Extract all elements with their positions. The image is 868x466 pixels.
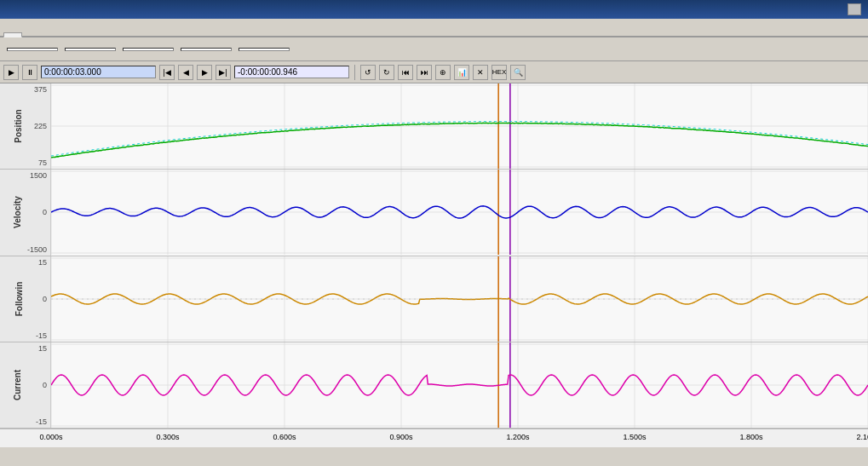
x-tick-0: 0.000s — [39, 433, 62, 441]
y-title-followin: Followin — [14, 281, 24, 316]
start-value — [7, 48, 58, 51]
y-title-current: Current — [13, 370, 22, 400]
chart-canvas-current — [51, 342, 868, 428]
prev-button[interactable]: ◀ — [178, 65, 193, 80]
panel-followin: Followin150-15 — [0, 256, 868, 342]
panel-velocity: Velocity15000-1500 — [0, 170, 868, 256]
pos-input[interactable] — [234, 66, 349, 78]
rewind-button[interactable]: ⏮ — [398, 65, 413, 80]
title-bar — [0, 0, 868, 19]
x-tick-3: 0.900s — [389, 433, 412, 441]
toolbar2: ▶ ⏸ |◀ ◀ ▶ ▶| ↺ ↻ ⏮ ⏭ ⊕ 📊 ✕ HEX 🔍 — [0, 61, 868, 83]
chart-tab[interactable] — [3, 32, 22, 37]
toolbar — [0, 37, 868, 61]
x-tick-6: 1.800s — [739, 433, 762, 441]
x-tick-5: 1.500s — [623, 433, 646, 441]
next-button[interactable]: ▶ — [197, 65, 212, 80]
panel-current: Current150-15 — [0, 342, 868, 429]
panel-position: Position37522575 — [0, 83, 868, 170]
x-tick-7: 2.100s — [856, 433, 868, 441]
skip-end-button[interactable]: ▶| — [216, 65, 231, 80]
separator1 — [354, 65, 355, 80]
play-button[interactable]: ▶ — [3, 65, 19, 80]
refresh2-button[interactable]: ↻ — [379, 65, 394, 80]
x-tick-4: 1.200s — [506, 433, 529, 441]
zoom-button[interactable]: ⊕ — [435, 65, 451, 80]
date-value — [239, 48, 290, 51]
hex-button[interactable]: HEX — [491, 65, 507, 80]
chart-canvas-velocity — [51, 170, 868, 255]
skip-start-button[interactable]: |◀ — [159, 65, 175, 80]
close-chart-button[interactable]: ✕ — [473, 65, 488, 80]
y-title-velocity: Velocity — [13, 196, 22, 228]
chart-canvas-position — [51, 83, 868, 169]
close-button[interactable] — [848, 3, 861, 15]
refresh-button[interactable]: ↺ — [360, 65, 376, 80]
x-tick-2: 0.600s — [273, 433, 296, 441]
pos-value — [123, 48, 174, 51]
time-value — [181, 48, 232, 51]
tab-bar — [0, 19, 868, 37]
pause-button[interactable]: ⏸ — [22, 65, 37, 80]
forward-button[interactable]: ⏭ — [417, 65, 432, 80]
end-value — [65, 48, 116, 51]
time-input[interactable] — [41, 66, 156, 78]
x-tick-1: 0.300s — [156, 433, 179, 441]
chart-canvas-followin — [51, 256, 868, 342]
chart-button[interactable]: 📊 — [454, 65, 469, 80]
search-button[interactable]: 🔍 — [510, 65, 526, 80]
y-title-position: Position — [14, 109, 23, 142]
